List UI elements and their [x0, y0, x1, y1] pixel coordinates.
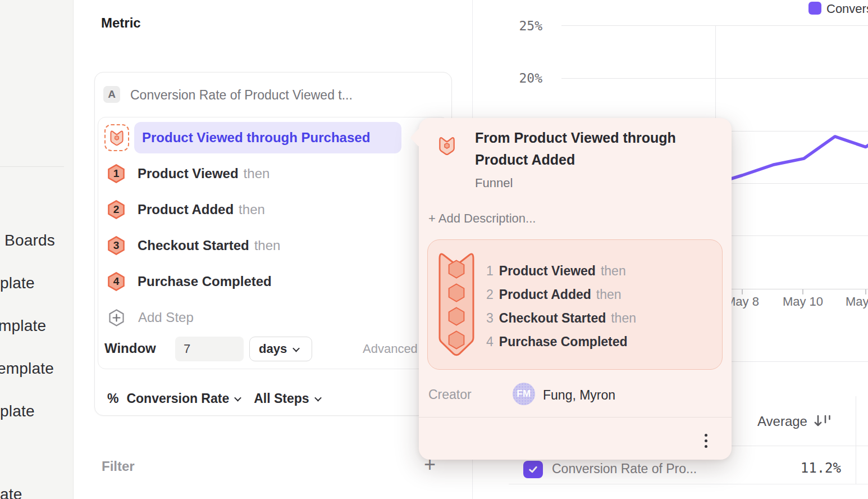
more-options-kebab-icon[interactable] — [702, 432, 710, 450]
series-letter-badge: A — [103, 86, 120, 103]
step-number-badge: 1 — [107, 164, 125, 184]
popover-divider — [419, 417, 732, 418]
sidebar-item[interactable]: ate — [0, 486, 22, 499]
series-checkbox[interactable] — [523, 461, 543, 478]
section-title-metric: Metric — [101, 15, 141, 31]
popover-step-row: 2 Product Added then — [486, 283, 636, 306]
sidebar-item[interactable]: emplate — [0, 360, 54, 378]
popover-subtitle: Funnel — [475, 176, 513, 190]
table-row-label[interactable]: Conversion Rate of Pro... — [552, 461, 697, 477]
window-value-input[interactable] — [175, 337, 244, 361]
window-label: Window — [104, 341, 156, 356]
popover-steps-box: 1 Product Viewed then 2 Product Added th… — [427, 239, 723, 370]
window-unit-select[interactable]: days — [249, 337, 312, 361]
add-step-label: Add Step — [138, 310, 194, 325]
step-number-badge: 3 — [107, 235, 125, 256]
funnel-step-row[interactable]: 1 Product Viewedthen — [107, 161, 439, 186]
sidebar-item[interactable]: Boards — [4, 232, 55, 250]
table-column-divider — [856, 396, 856, 484]
funnel-ribbon-icon — [437, 250, 476, 363]
measure-row: % Conversion Rate All Steps — [107, 386, 321, 411]
add-description-link[interactable]: + Add Description... — [428, 211, 536, 226]
filter-section-title: Filter — [102, 459, 135, 474]
steps-scope-value: All Steps — [254, 391, 309, 406]
sidebar-item[interactable]: plate — [0, 274, 35, 292]
creator-avatar: FM — [513, 383, 535, 405]
creator-name: Fung, Myron — [543, 388, 615, 403]
step-number-badge: 2 — [107, 199, 125, 220]
popover-steps-list: 1 Product Viewed then 2 Product Added th… — [486, 259, 636, 353]
metric-config-panel: Metric A Conversion Rate of Product View… — [74, 0, 473, 499]
advanced-link[interactable]: Advanced — [363, 342, 418, 356]
add-step-hexagon-icon — [108, 309, 125, 327]
check-icon — [527, 464, 539, 475]
popover-step-row: 3 Checkout Started then — [486, 306, 636, 330]
creator-label: Creator — [428, 387, 472, 402]
popover-title: From Product Viewed through Product Adde… — [475, 127, 711, 171]
sidebar-divider — [0, 166, 64, 167]
funnel-details-popover: From Product Viewed through Product Adde… — [419, 118, 732, 460]
funnel-icon[interactable] — [104, 124, 129, 151]
measure-dropdown[interactable]: Conversion Rate — [126, 391, 240, 406]
sidebar-item[interactable]: plate — [0, 402, 35, 420]
chevron-down-icon — [314, 394, 322, 401]
steps-scope-dropdown[interactable]: All Steps — [254, 391, 320, 406]
popover-step-row: 1 Product Viewed then — [486, 259, 636, 283]
step-number-badge: 4 — [107, 271, 125, 292]
window-row: Window days Advanced — [104, 337, 442, 361]
add-step-button[interactable]: Add Step — [108, 305, 194, 330]
chevron-down-icon — [293, 344, 300, 352]
funnel-step-row[interactable]: 2 Product Addedthen — [107, 197, 439, 222]
average-column-header[interactable]: Average — [757, 414, 832, 429]
window-unit-value: days — [259, 342, 287, 356]
average-header-label: Average — [757, 414, 807, 429]
chevron-down-icon — [234, 394, 241, 401]
table-row-average-value: 11.2% — [742, 460, 841, 476]
funnel-step-row[interactable]: 4 Purchase Completed — [107, 269, 439, 294]
sidebar: Boards plate mplate emplate plate ate — [0, 0, 74, 499]
measure-value: Conversion Rate — [126, 391, 229, 406]
sidebar-item[interactable]: mplate — [0, 317, 46, 335]
series-title[interactable]: Conversion Rate of Product Viewed t... — [130, 88, 353, 103]
popover-step-row: 4 Purchase Completed — [486, 330, 636, 353]
funnel-step-row[interactable]: 3 Checkout Startedthen — [107, 233, 439, 258]
percent-icon: % — [107, 391, 118, 406]
funnel-glyph — [108, 129, 125, 147]
table-row-border — [509, 484, 868, 484]
funnel-definition-box: Product Viewed through Purchased 1 Produ… — [98, 117, 449, 369]
conversion-line — [711, 126, 868, 185]
metric-card: A Conversion Rate of Product Viewed t...… — [94, 72, 452, 416]
funnel-icon — [437, 135, 457, 158]
sort-descending-icon — [813, 414, 832, 429]
selected-funnel-pill[interactable]: Product Viewed through Purchased — [134, 122, 401, 153]
